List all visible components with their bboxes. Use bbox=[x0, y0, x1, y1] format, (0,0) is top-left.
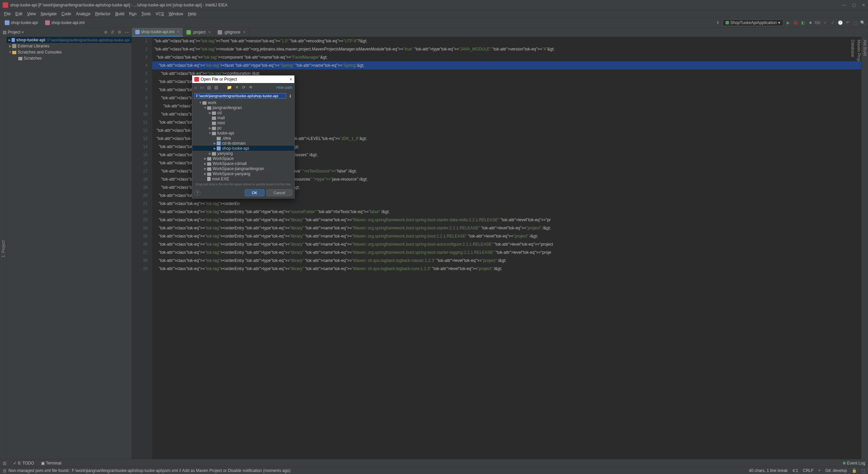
tree-label: cd-tk-domain bbox=[222, 141, 245, 146]
download-icon[interactable]: ⬇ bbox=[289, 94, 292, 99]
file-tree-row[interactable]: ▶WorkSpace-jiangnanfengran bbox=[192, 166, 294, 171]
tree-label: tuoke-api bbox=[217, 131, 234, 136]
folder-icon bbox=[212, 152, 216, 156]
expand-arrow-icon[interactable]: ▶ bbox=[203, 157, 207, 160]
home-icon[interactable]: ⌂ bbox=[194, 85, 197, 90]
expand-arrow-icon[interactable]: ▼ bbox=[208, 131, 212, 135]
tree-label: cd bbox=[217, 110, 222, 115]
cancel-button[interactable]: Cancel bbox=[267, 189, 292, 196]
folder-icon bbox=[212, 132, 216, 135]
file-tree-row[interactable]: ▶WorkSpace bbox=[192, 156, 294, 161]
expand-arrow-icon[interactable]: ▶ bbox=[208, 126, 212, 130]
desktop-icon[interactable]: ▭ bbox=[200, 85, 204, 90]
folder-icon bbox=[217, 137, 221, 140]
file-tree-row[interactable]: ▶cd-tk-domain bbox=[192, 141, 294, 146]
tree-label: WorkSpace bbox=[213, 156, 234, 161]
tree-label: rose.EXE bbox=[212, 177, 229, 181]
dialog-overlay: Open File or Project × ⌂ ▭ ▤ ▥ 📁 ✕ ⟳ 👁 H… bbox=[0, 0, 868, 474]
file-tree-row[interactable]: rose.EXE bbox=[192, 176, 294, 181]
tree-label: WorkSpace-jiangnanfengran bbox=[213, 166, 264, 171]
expand-arrow-icon[interactable]: ▶ bbox=[203, 162, 207, 165]
close-icon[interactable]: × bbox=[290, 77, 292, 82]
dialog-hint: Drag and drop a file into the space abov… bbox=[192, 182, 294, 187]
tree-label: work bbox=[208, 100, 216, 105]
delete-icon[interactable]: ✕ bbox=[235, 85, 239, 90]
new-folder-icon[interactable]: 📁 bbox=[227, 85, 232, 90]
file-tree-row[interactable]: mall bbox=[192, 115, 294, 120]
file-tree-row[interactable]: ▶WorkSpace-cdmall bbox=[192, 161, 294, 166]
tree-label: pc bbox=[217, 126, 222, 130]
tree-label: mini bbox=[217, 121, 225, 125]
hide-path-link[interactable]: Hide path bbox=[276, 85, 292, 89]
file-tree-row[interactable]: ▼work bbox=[192, 100, 294, 105]
folder-icon bbox=[207, 172, 211, 176]
help-icon[interactable]: ? bbox=[194, 190, 200, 196]
file-icon bbox=[207, 177, 211, 181]
module-icon[interactable]: ▥ bbox=[214, 85, 218, 90]
folder-icon bbox=[212, 127, 216, 130]
file-tree-row[interactable]: .idea bbox=[192, 136, 294, 141]
tree-label: shop-tuoke-api bbox=[222, 146, 249, 151]
tree-label: jiangnanfengran bbox=[213, 105, 242, 110]
ok-button[interactable]: OK bbox=[245, 189, 264, 196]
folder-icon bbox=[212, 117, 216, 120]
module-icon bbox=[217, 141, 221, 145]
file-tree-row[interactable]: ▶shop-tuoke-api bbox=[192, 146, 294, 151]
folder-icon bbox=[202, 101, 206, 105]
app-icon bbox=[194, 77, 199, 82]
file-tree-row[interactable]: ▼jiangnanfengran bbox=[192, 105, 294, 110]
tree-label: yanyang bbox=[217, 151, 233, 156]
file-tree-row[interactable]: ▶WorkSpace-yanyang bbox=[192, 171, 294, 176]
folder-icon bbox=[207, 167, 211, 171]
file-tree-row[interactable]: ▶yanyang bbox=[192, 151, 294, 156]
open-file-dialog: Open File or Project × ⌂ ▭ ▤ ▥ 📁 ✕ ⟳ 👁 H… bbox=[192, 75, 295, 199]
expand-arrow-icon[interactable]: ▶ bbox=[208, 152, 212, 155]
expand-arrow-icon[interactable]: ▼ bbox=[203, 106, 207, 109]
expand-arrow-icon[interactable]: ▶ bbox=[208, 111, 212, 115]
dialog-file-tree[interactable]: ▼work▼jiangnanfengran▶cdmallmini▶pc▼tuok… bbox=[192, 100, 294, 182]
show-hidden-icon[interactable]: 👁 bbox=[249, 85, 253, 90]
expand-arrow-icon[interactable]: ▶ bbox=[203, 167, 207, 170]
dialog-buttons: ? OK Cancel bbox=[192, 187, 294, 198]
folder-icon bbox=[207, 106, 211, 110]
file-tree-row[interactable]: mini bbox=[192, 120, 294, 125]
tree-label: .idea bbox=[222, 136, 231, 141]
expand-arrow-icon[interactable]: ▼ bbox=[198, 101, 202, 104]
file-tree-row[interactable]: ▼tuoke-api bbox=[192, 130, 294, 136]
folder-icon bbox=[207, 157, 211, 161]
file-tree-row[interactable]: ▶pc bbox=[192, 125, 294, 130]
expand-arrow-icon[interactable]: ▶ bbox=[213, 142, 217, 145]
dialog-path-row: ⬇ bbox=[192, 92, 294, 100]
dialog-toolbar: ⌂ ▭ ▤ ▥ 📁 ✕ ⟳ 👁 Hide path bbox=[192, 83, 294, 92]
path-input[interactable] bbox=[194, 93, 286, 99]
expand-arrow-icon[interactable]: ▶ bbox=[213, 147, 217, 150]
project-icon[interactable]: ▤ bbox=[207, 85, 211, 90]
tree-label: mall bbox=[217, 116, 225, 120]
tree-label: WorkSpace-yanyang bbox=[213, 171, 250, 176]
dialog-title-bar: Open File or Project × bbox=[192, 76, 294, 83]
folder-icon bbox=[212, 122, 216, 125]
folder-icon bbox=[207, 162, 211, 166]
file-tree-row[interactable]: ▶cd bbox=[192, 110, 294, 115]
folder-icon bbox=[212, 111, 216, 115]
expand-arrow-icon[interactable]: ▶ bbox=[203, 172, 207, 176]
refresh-icon[interactable]: ⟳ bbox=[242, 85, 245, 90]
tree-label: WorkSpace-cdmall bbox=[213, 161, 246, 166]
dialog-title: Open File or Project bbox=[201, 77, 237, 82]
module-icon bbox=[217, 146, 221, 150]
